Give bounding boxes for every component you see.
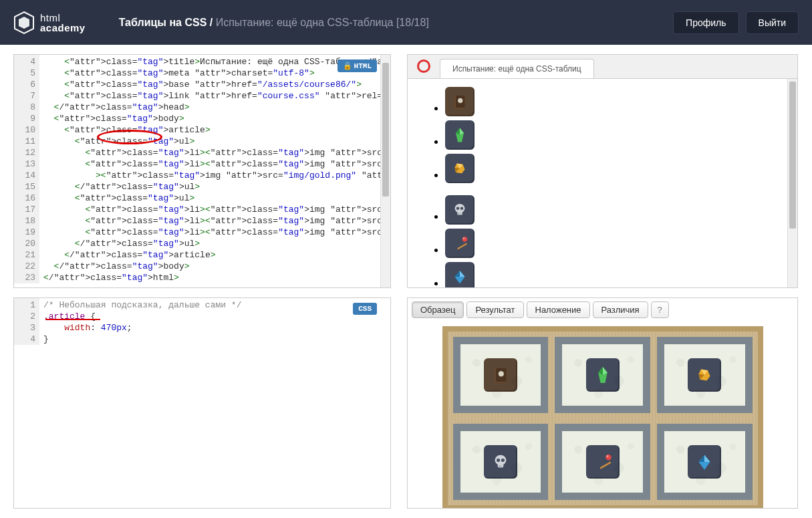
magic-book-icon — [484, 358, 517, 392]
opera-icon — [417, 59, 430, 73]
css-line-gutter: 1234 — [14, 298, 39, 345]
scroll-thumb[interactable] — [382, 63, 389, 197]
blue-crystal-icon — [688, 445, 721, 479]
compare-tab-diff[interactable]: Различия — [593, 301, 648, 318]
svg-rect-14 — [458, 213, 459, 215]
frame — [555, 337, 650, 413]
svg-rect-15 — [460, 213, 460, 215]
html-scrollbar[interactable] — [380, 55, 390, 287]
list-item — [445, 229, 793, 258]
item-list — [412, 87, 793, 288]
blue-crystal-icon — [445, 262, 475, 288]
breadcrumb: Таблицы на CSS / Испытание: ещё одна CSS… — [119, 17, 673, 29]
svg-point-34 — [497, 459, 500, 462]
svg-point-17 — [462, 237, 468, 242]
frame — [657, 337, 753, 413]
html-code-area[interactable]: <"attr">class="tag">title>Испытание: ещё… — [39, 55, 390, 283]
skull-icon — [445, 195, 475, 225]
breadcrumb-course[interactable]: Таблицы на CSS — [119, 17, 207, 28]
list-item — [445, 120, 793, 150]
magic-book-icon — [445, 87, 475, 116]
compare-tabs: ОбразецРезультатНаложениеРазличия? — [408, 298, 797, 318]
svg-point-18 — [463, 237, 465, 239]
browser-tabbar: Испытание: ещё одна CSS-таблиц — [408, 55, 797, 79]
list-item — [445, 195, 793, 225]
frame-row — [453, 424, 753, 500]
logo-icon — [13, 11, 35, 35]
compare-tab-sample[interactable]: Образец — [412, 301, 464, 318]
logo[interactable]: htmlacademy — [13, 11, 86, 35]
svg-rect-38 — [599, 461, 611, 469]
logout-button[interactable]: Выйти — [746, 11, 799, 34]
compare-tab-overlay[interactable]: Наложение — [527, 301, 590, 318]
html-badge: 🔒HTML — [337, 59, 377, 72]
compare-help-button[interactable]: ? — [651, 301, 669, 318]
frame-row — [453, 337, 753, 413]
logo-text: htmlacademy — [40, 13, 86, 33]
svg-point-13 — [460, 207, 464, 211]
app-header: htmlacademy Таблицы на CSS / Испытание: … — [0, 0, 812, 45]
frame — [555, 424, 650, 500]
browser-tab[interactable]: Испытание: ещё одна CSS-таблиц — [440, 59, 594, 78]
list-item — [445, 87, 793, 116]
profile-button[interactable]: Профиль — [673, 11, 738, 34]
list-item — [445, 262, 793, 288]
svg-marker-42 — [704, 455, 710, 462]
svg-rect-16 — [457, 243, 467, 249]
css-badge: CSS — [353, 303, 377, 315]
list-item — [445, 154, 793, 183]
svg-marker-20 — [460, 271, 465, 277]
scroll-thumb[interactable] — [789, 82, 796, 229]
svg-rect-37 — [501, 465, 501, 467]
html-line-gutter: 4567891011121314151617181920212223 — [14, 55, 39, 283]
svg-point-35 — [501, 459, 505, 462]
stick-icon — [445, 229, 475, 258]
svg-point-39 — [605, 455, 612, 461]
svg-point-12 — [456, 207, 460, 211]
green-crystal-icon — [445, 120, 475, 150]
compare-panel: ОбразецРезультатНаложениеРазличия? — [407, 297, 798, 509]
compare-body — [408, 318, 797, 508]
css-editor: CSS 1234 /* Небольшая подсказка, дальше … — [13, 297, 391, 509]
gold-icon — [688, 358, 721, 392]
svg-marker-21 — [455, 271, 460, 277]
compare-tab-result[interactable]: Результат — [466, 301, 523, 318]
stick-icon — [586, 445, 620, 479]
frame — [453, 424, 549, 500]
lock-icon: 🔒 — [343, 62, 352, 70]
svg-point-40 — [606, 455, 608, 457]
svg-marker-43 — [699, 455, 705, 462]
frame — [453, 337, 549, 413]
svg-rect-36 — [499, 465, 499, 467]
sample-board — [442, 326, 763, 508]
breadcrumb-task[interactable]: Испытание: ещё одна CSS-таблица [18/18] — [216, 17, 429, 28]
browser-preview: Испытание: ещё одна CSS-таблиц — [407, 54, 798, 288]
browser-scrollbar[interactable] — [787, 79, 797, 287]
frame — [657, 424, 753, 500]
skull-icon — [484, 445, 517, 479]
green-crystal-icon — [586, 358, 620, 392]
gold-icon — [445, 154, 475, 183]
html-editor: 🔒HTML 4567891011121314151617181920212223… — [13, 54, 391, 288]
css-code-area[interactable]: /* Небольшая подсказка, дальше сами */ .… — [39, 298, 390, 345]
browser-viewport[interactable] — [408, 79, 797, 288]
